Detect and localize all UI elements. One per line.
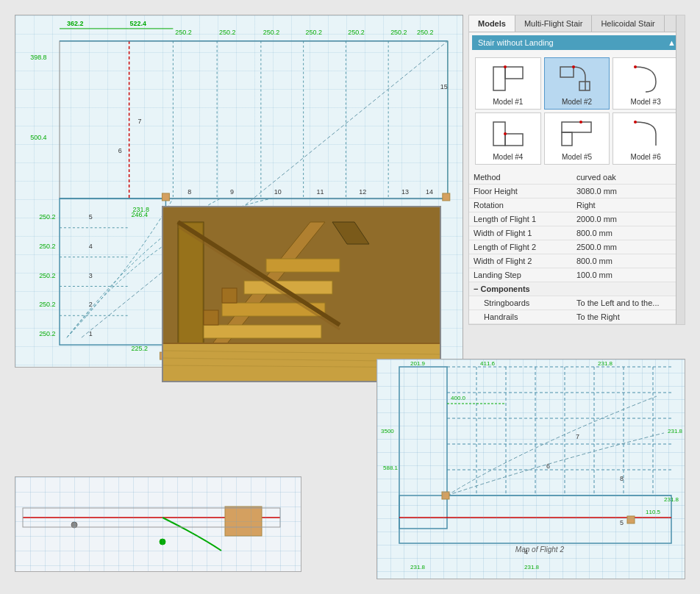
prop-handrails: Handrails To the Right [469, 310, 685, 324]
svg-point-132 [504, 132, 507, 135]
prop-handrails-val: To the Right [572, 310, 685, 324]
model-item-3[interactable]: Model #3 [612, 57, 679, 110]
prop-lf1-val: 2000.0 mm [572, 212, 685, 226]
prop-width-flight1: Width of Flight 1 800.0 mm [469, 226, 685, 240]
section-title: Stair without Landing [478, 38, 554, 47]
svg-text:13: 13 [401, 188, 409, 196]
collapse-button[interactable]: ▲ [668, 38, 676, 47]
svg-text:7: 7 [138, 118, 142, 125]
svg-rect-0 [60, 41, 448, 198]
model-3-icon [625, 61, 666, 96]
model-item-1[interactable]: Model #1 [475, 57, 541, 110]
right-panel: Models Multi-Flight Stair Helicoidal Sta… [468, 15, 685, 325]
prop-floor-height: Floor Height 3080.0 mm [469, 185, 685, 198]
prop-floor-val: 3080.0 mm [572, 185, 685, 198]
tab-helicoidal[interactable]: Helicoidal Stair [592, 15, 664, 32]
prop-ls-key: Landing Step [469, 268, 572, 282]
photo-svg [163, 207, 441, 382]
svg-text:14: 14 [426, 188, 433, 196]
svg-text:250.2: 250.2 [39, 330, 55, 337]
prop-length-flight2: Length of Flight 2 2500.0 mm [469, 240, 685, 254]
bottom-left-view [15, 476, 301, 572]
model-item-6[interactable]: Model #6 [612, 112, 679, 165]
svg-text:250.2: 250.2 [39, 272, 55, 279]
models-grid: Model #1 Model #2 [472, 54, 682, 168]
svg-text:250.2: 250.2 [348, 29, 364, 36]
prop-wf2-val: 800.0 mm [572, 254, 685, 268]
model-4-label: Model #4 [493, 153, 523, 161]
svg-text:250.2: 250.2 [39, 243, 55, 250]
svg-point-135 [579, 121, 582, 124]
small-grid [15, 477, 301, 571]
model-5-icon [556, 116, 597, 151]
model-item-2[interactable]: Model #2 [544, 57, 610, 110]
prop-width-flight2: Width of Flight 2 800.0 mm [469, 254, 685, 268]
prop-stringboards-val: To the Left and to the... [572, 296, 685, 310]
panel-tabs: Models Multi-Flight Stair Helicoidal Sta… [469, 15, 685, 32]
svg-point-136 [634, 121, 637, 124]
svg-text:1: 1 [89, 330, 93, 337]
model-3-label: Model #3 [631, 98, 661, 106]
prop-stringboards-key: Stringboards [469, 296, 572, 310]
svg-text:250.2: 250.2 [39, 301, 55, 308]
svg-rect-11 [60, 198, 165, 345]
svg-rect-133 [562, 122, 591, 132]
prop-wf1-key: Width of Flight 1 [469, 226, 572, 240]
svg-text:250.2: 250.2 [219, 29, 235, 36]
model-item-5[interactable]: Model #5 [544, 112, 610, 165]
model-item-4[interactable]: Model #4 [475, 112, 541, 165]
prop-stringboards: Stringboards To the Left and to the... [469, 296, 685, 310]
svg-text:3: 3 [89, 272, 93, 279]
svg-rect-71 [266, 259, 340, 272]
svg-text:2: 2 [89, 301, 93, 308]
prop-method-val: curved oak [572, 171, 685, 185]
prop-rotation: Rotation Right [469, 198, 685, 212]
svg-rect-17 [162, 193, 169, 201]
prop-landing-step: Landing Step 100.0 mm [469, 268, 685, 282]
svg-point-125 [504, 65, 507, 68]
prop-rotation-key: Rotation [469, 198, 572, 212]
prop-rotation-val: Right [572, 198, 685, 212]
models-section: Stair without Landing ▲ Model #1 [469, 32, 685, 171]
prop-floor-key: Floor Height [469, 185, 572, 198]
svg-point-129 [634, 65, 637, 68]
prop-wf1-val: 800.0 mm [572, 226, 685, 240]
svg-text:500.4: 500.4 [30, 134, 46, 141]
svg-text:4: 4 [89, 243, 93, 250]
svg-text:6: 6 [118, 147, 122, 154]
svg-rect-134 [562, 132, 572, 146]
svg-rect-127 [579, 82, 590, 90]
svg-text:250.2: 250.2 [175, 29, 191, 36]
svg-text:246.4: 246.4 [132, 211, 148, 218]
svg-rect-72 [204, 310, 218, 325]
svg-text:522.4: 522.4 [130, 20, 146, 27]
svg-text:225.2: 225.2 [132, 345, 148, 352]
prop-method-key: Method [469, 171, 572, 185]
flight2-label: Man of Flight 2 [515, 545, 564, 554]
svg-rect-130 [493, 122, 505, 146]
svg-rect-131 [505, 134, 523, 146]
model-1-icon [488, 61, 529, 96]
svg-rect-126 [560, 67, 574, 77]
prop-ls-val: 100.0 mm [572, 268, 685, 282]
svg-text:8: 8 [188, 188, 191, 196]
tab-models[interactable]: Models [469, 15, 515, 32]
section-header: Stair without Landing ▲ [472, 35, 682, 50]
svg-rect-18 [443, 193, 450, 201]
svg-text:250.2: 250.2 [39, 213, 55, 221]
panel-scrollbar[interactable] [676, 15, 685, 324]
prop-components-section: − Components [469, 282, 685, 296]
svg-text:10: 10 [274, 188, 282, 196]
photo-content [163, 207, 440, 381]
svg-text:250.2: 250.2 [263, 29, 279, 36]
stair-photo [162, 206, 441, 382]
svg-text:250.2: 250.2 [306, 29, 322, 36]
tab-multi-flight[interactable]: Multi-Flight Stair [515, 15, 592, 32]
svg-rect-124 [505, 67, 523, 79]
svg-text:12: 12 [359, 188, 366, 196]
svg-text:5: 5 [89, 213, 93, 221]
model-5-label: Model #5 [562, 153, 592, 161]
prop-handrails-key: Handrails [469, 310, 572, 324]
svg-text:11: 11 [317, 188, 324, 196]
svg-text:250.2: 250.2 [390, 29, 407, 36]
